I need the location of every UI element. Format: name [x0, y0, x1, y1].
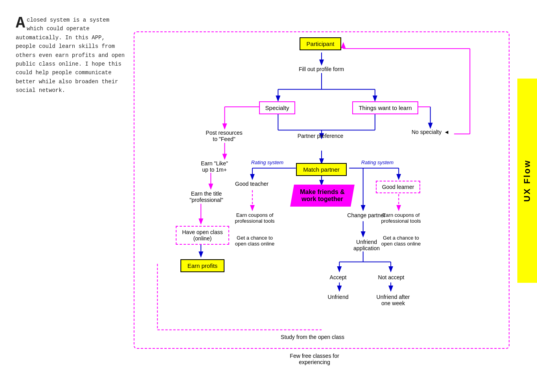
no-specialty-text: No specialty	[412, 129, 441, 135]
description-text: A closed system is a system which could …	[16, 16, 126, 95]
rating-right-node: Rating system	[352, 159, 403, 165]
earn-coupons-left-node: Earn coupons ofprofessional tools	[227, 212, 282, 224]
accept-text: Accept	[330, 274, 347, 280]
make-friends-box: Make friends &work together	[290, 185, 355, 207]
earn-profits-node: Earn profits	[173, 259, 232, 272]
rating-left-node: Rating system	[242, 159, 293, 165]
not-accept-text: Not accept	[378, 274, 405, 280]
few-free-classes-node: Few free classes forexperiencing	[259, 353, 370, 365]
unfriend-node: Unfriend	[322, 294, 354, 300]
partner-preference-node: Partner preference	[281, 133, 360, 139]
earn-like-node: Earn "Like"up to 1m+	[184, 160, 245, 173]
post-resources-node: Post resourcesto "Feed"	[197, 130, 252, 142]
fill-profile-text: Fill out profile form	[299, 66, 344, 72]
change-partner-text: Change partner	[347, 212, 385, 218]
flowchart: Participant Fill out profile form Specia…	[130, 12, 513, 380]
good-teacher-node: Good teacher	[227, 181, 276, 187]
change-partner-node: Change partner	[341, 212, 392, 218]
accept-node: Accept	[322, 274, 354, 280]
participant-node: Participant	[295, 37, 346, 50]
specialty-box: Specialty	[259, 101, 296, 114]
earn-profits-box: Earn profits	[180, 259, 225, 272]
unfriend-after-text: Unfriend afterone week	[377, 294, 410, 306]
unfriend-app-node: Unfriendapplication	[338, 239, 395, 251]
post-resources-text: Post resourcesto "Feed"	[206, 130, 242, 142]
participant-box: Participant	[300, 37, 342, 50]
ux-flow-label: UX Flow	[517, 79, 537, 283]
match-partner-box: Match partner	[296, 163, 347, 176]
few-free-classes-text: Few free classes forexperiencing	[290, 353, 339, 365]
good-learner-node: Good learner	[373, 181, 423, 193]
not-accept-node: Not accept	[371, 274, 411, 280]
unfriend-app-text: Unfriendapplication	[353, 239, 380, 251]
good-teacher-text: Good teacher	[235, 181, 268, 187]
study-open-class-node: Study from the open class	[252, 334, 373, 340]
earn-coupons-left-text: Earn coupons ofprofessional tools	[235, 212, 274, 224]
fill-profile-node: Fill out profile form	[271, 66, 371, 72]
rating-left-text: Rating system	[251, 159, 283, 165]
description-body: closed system is a system which could op…	[16, 17, 125, 93]
open-class-left-text: Get a chance toopen class online	[235, 235, 274, 247]
partner-preference-text: Partner preference	[298, 133, 344, 139]
study-open-class-text: Study from the open class	[281, 334, 344, 340]
have-open-class-node: Have open class(online)	[169, 226, 236, 245]
earn-like-text: Earn "Like"up to 1m+	[201, 160, 228, 173]
earn-title-node: Earn the title"professional"	[173, 191, 240, 203]
earn-title-text: Earn the title"professional"	[189, 191, 223, 203]
good-learner-box: Good learner	[376, 181, 421, 193]
have-open-class-box: Have open class(online)	[176, 226, 229, 245]
no-specialty-node: No specialty ◄	[405, 129, 456, 135]
things-to-learn-node: Things want to learn	[348, 101, 423, 114]
make-friends-text: Make friends &work together	[300, 189, 345, 203]
specialty-node: Specialty	[252, 101, 303, 114]
big-a: A	[16, 16, 25, 31]
unfriend-after-node: Unfriend afterone week	[370, 294, 417, 306]
rating-right-text: Rating system	[361, 159, 394, 165]
page-container: A closed system is a system which could …	[0, 0, 537, 392]
ux-flow-text: UX Flow	[522, 159, 532, 202]
match-partner-node: Match partner	[293, 163, 350, 176]
things-to-learn-box: Things want to learn	[352, 101, 418, 114]
make-friends-node: Make friends &work together	[291, 185, 354, 207]
unfriend-text: Unfriend	[328, 294, 349, 300]
